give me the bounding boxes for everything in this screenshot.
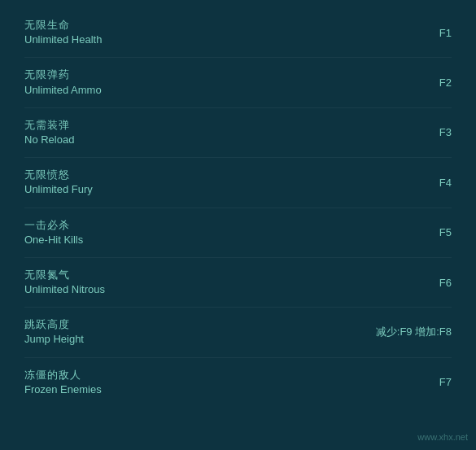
cheat-name-cn: 无需装弹 <box>24 118 74 133</box>
cheat-item: 无限愤怒Unlimited FuryF4 <box>24 158 452 208</box>
cheat-info: 一击必杀One-Hit Kills <box>24 218 83 247</box>
cheat-info: 无需装弹No Reload <box>24 118 74 147</box>
cheat-item: 无限生命Unlimited HealthF1 <box>24 8 452 58</box>
cheat-item: 无需装弹No ReloadF3 <box>24 108 452 158</box>
cheat-info: 无限氮气Unlimited Nitrous <box>24 268 105 297</box>
cheat-name-en: Unlimited Fury <box>24 182 93 197</box>
cheat-key: F1 <box>439 27 452 39</box>
cheat-item: 冻僵的敌人Frozen EnemiesF7 <box>24 358 452 407</box>
cheat-name-en: Unlimited Nitrous <box>24 282 105 297</box>
cheat-name-cn: 跳跃高度 <box>24 317 84 332</box>
cheat-item: 一击必杀One-Hit KillsF5 <box>24 208 452 258</box>
cheat-key: F6 <box>439 277 452 289</box>
watermark: www.xhx.net <box>417 432 468 442</box>
cheat-name-en: Frozen Enemies <box>24 382 102 397</box>
cheat-info: 无限愤怒Unlimited Fury <box>24 168 93 197</box>
cheat-info: 无限弹药Unlimited Ammo <box>24 68 102 97</box>
cheat-info: 跳跃高度Jump Height <box>24 317 84 347</box>
cheat-key: F5 <box>439 226 452 238</box>
cheat-list: 无限生命Unlimited HealthF1无限弹药Unlimited Ammo… <box>0 0 476 415</box>
cheat-key: F2 <box>439 76 452 89</box>
cheat-name-cn: 无限氮气 <box>24 268 105 282</box>
cheat-name-en: No Reload <box>24 133 74 147</box>
cheat-name-cn: 无限愤怒 <box>24 168 93 182</box>
cheat-name-en: Jump Height <box>24 332 84 347</box>
cheat-info: 冻僵的敌人Frozen Enemies <box>24 368 102 397</box>
cheat-name-en: Unlimited Health <box>24 33 102 47</box>
cheat-key: F7 <box>439 376 452 388</box>
cheat-name-en: Unlimited Ammo <box>24 83 102 98</box>
cheat-name-cn: 无限生命 <box>24 18 102 33</box>
cheat-name-cn: 无限弹药 <box>24 68 102 82</box>
cheat-key: F3 <box>439 126 452 138</box>
cheat-item: 无限氮气Unlimited NitrousF6 <box>24 258 452 308</box>
cheat-info: 无限生命Unlimited Health <box>24 18 102 47</box>
cheat-name-cn: 冻僵的敌人 <box>24 368 102 382</box>
cheat-key: 减少:F9 增加:F8 <box>376 325 452 339</box>
cheat-name-cn: 一击必杀 <box>24 218 83 233</box>
cheat-key: F4 <box>439 177 452 189</box>
cheat-item: 跳跃高度Jump Height减少:F9 增加:F8 <box>24 308 452 357</box>
cheat-name-en: One-Hit Kills <box>24 233 83 247</box>
cheat-item: 无限弹药Unlimited AmmoF2 <box>24 58 452 107</box>
